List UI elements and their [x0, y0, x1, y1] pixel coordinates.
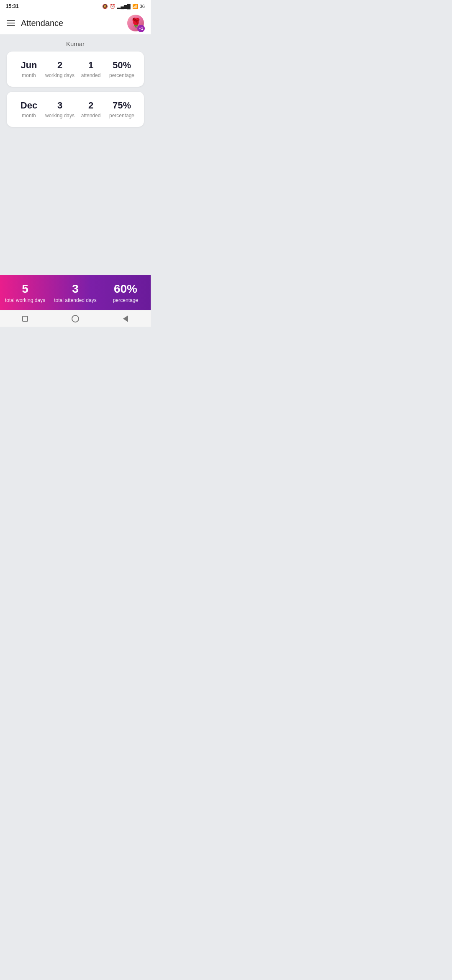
notification-off-icon: 🔕: [102, 4, 108, 9]
dec-percentage-value: 75%: [106, 100, 137, 111]
nav-home-button[interactable]: [71, 314, 80, 323]
wifi-icon: 📶: [132, 4, 138, 9]
header-left: Attendance: [7, 18, 63, 28]
summary-col-attended: 3 total attended days: [50, 282, 100, 303]
jun-attended-value: 1: [75, 60, 106, 71]
dec-month-label: month: [13, 113, 44, 119]
summary-col-percentage: 60% percentage: [100, 282, 151, 303]
status-time: 15:31: [6, 3, 19, 9]
status-icons: 🔕 ⏰ ▂▄▆█ 📶 36: [102, 4, 145, 9]
header: Attendance 🌹 +1: [0, 12, 151, 34]
jun-working-label: working days: [44, 72, 75, 78]
card-row-jun: Jun month 2 working days 1 attended 50% …: [13, 60, 137, 78]
card-col-attended-jun: 1 attended: [75, 60, 106, 78]
jun-month-value: Jun: [13, 60, 44, 71]
total-attended-days-label: total attended days: [50, 297, 100, 303]
nav-bar: [0, 310, 151, 327]
jun-percentage-label: percentage: [106, 72, 137, 78]
jun-working-value: 2: [44, 60, 75, 71]
dec-attended-label: attended: [75, 113, 106, 119]
page-title: Attendance: [21, 18, 63, 28]
card-row-dec: Dec month 3 working days 2 attended 75% …: [13, 100, 137, 119]
summary-footer: 5 total working days 3 total attended da…: [0, 275, 151, 310]
dec-month-value: Dec: [13, 100, 44, 111]
nav-square-icon: [22, 316, 28, 322]
jun-attended-label: attended: [75, 72, 106, 78]
dec-attended-value: 2: [75, 100, 106, 111]
summary-percentage-label: percentage: [100, 297, 151, 303]
total-working-days-label: total working days: [0, 297, 50, 303]
total-attended-days-value: 3: [50, 282, 100, 296]
alarm-icon: ⏰: [110, 4, 116, 9]
nav-back-button[interactable]: [121, 314, 130, 323]
card-col-percentage-dec: 75% percentage: [106, 100, 137, 119]
card-col-working-jun: 2 working days: [44, 60, 75, 78]
card-col-month-dec: Dec month: [13, 100, 44, 119]
jun-month-label: month: [13, 72, 44, 78]
nav-circle-icon: [72, 315, 79, 322]
jun-percentage-value: 50%: [106, 60, 137, 71]
status-bar: 15:31 🔕 ⏰ ▂▄▆█ 📶 36: [0, 0, 151, 12]
avatar-badge: +1: [137, 25, 145, 32]
signal-icon: ▂▄▆█: [117, 4, 131, 9]
dec-working-label: working days: [44, 113, 75, 119]
card-col-percentage-jun: 50% percentage: [106, 60, 137, 78]
attendance-card-dec: Dec month 3 working days 2 attended 75% …: [7, 92, 144, 127]
nav-back-icon: [123, 315, 128, 322]
menu-icon[interactable]: [7, 20, 15, 26]
nav-square-button[interactable]: [21, 314, 30, 323]
card-col-attended-dec: 2 attended: [75, 100, 106, 119]
summary-percentage-value: 60%: [100, 282, 151, 296]
battery-icon: 36: [140, 4, 145, 9]
card-col-month-jun: Jun month: [13, 60, 44, 78]
dec-working-value: 3: [44, 100, 75, 111]
dec-percentage-label: percentage: [106, 113, 137, 119]
card-col-working-dec: 3 working days: [44, 100, 75, 119]
total-working-days-value: 5: [0, 282, 50, 296]
content-area: Kumar Jun month 2 working days 1 attende…: [0, 34, 151, 136]
summary-col-working: 5 total working days: [0, 282, 50, 303]
student-name: Kumar: [7, 39, 144, 47]
avatar-container[interactable]: 🌹 +1: [127, 15, 144, 31]
attendance-card-jun: Jun month 2 working days 1 attended 50% …: [7, 52, 144, 87]
